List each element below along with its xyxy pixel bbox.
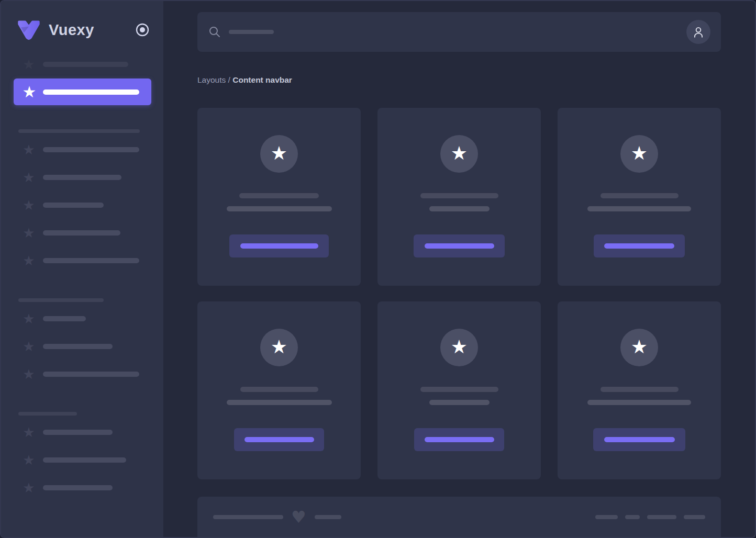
user-icon: [692, 25, 705, 39]
skeleton-bar: [43, 203, 104, 208]
top-navbar: [197, 12, 721, 52]
button-label-skeleton: [604, 437, 675, 442]
star-avatar: ★: [260, 135, 298, 173]
page-footer: ♥: [197, 497, 721, 537]
card-button[interactable]: [594, 234, 685, 257]
star-icon: ★: [22, 171, 36, 184]
sidebar: Vuexy ★★★★★★★★★★★★★: [1, 1, 163, 537]
sidebar-item[interactable]: ★: [1, 192, 163, 219]
card-button[interactable]: [414, 234, 505, 257]
button-label-skeleton: [604, 243, 674, 249]
footer-skeleton-bar: [315, 515, 341, 519]
star-icon: ★: [22, 143, 36, 156]
sidebar-item[interactable]: ★: [1, 333, 163, 360]
card: ★: [558, 108, 721, 286]
skeleton-line: [240, 387, 318, 392]
main-area: Layouts / Content navbar ★★★★★★ ♥: [163, 1, 755, 537]
menu-group-header-skeleton: [18, 412, 77, 416]
button-label-skeleton: [425, 243, 494, 249]
sidebar-item[interactable]: ★: [1, 305, 163, 332]
breadcrumb-current: Content navbar: [232, 75, 292, 84]
footer-skeleton-bar: [684, 515, 705, 519]
star-icon: ★: [22, 254, 36, 267]
brand: Vuexy: [1, 1, 163, 41]
skeleton-bar: [43, 62, 128, 67]
skeleton-line: [227, 206, 332, 211]
menu-group-header-skeleton: [18, 298, 104, 302]
star-icon: ★: [22, 226, 36, 240]
footer-skeleton-bar: [595, 515, 618, 519]
breadcrumb-section[interactable]: Layouts: [197, 75, 226, 84]
search-icon: [208, 26, 221, 38]
sidebar-item[interactable]: ★: [1, 446, 163, 474]
breadcrumb: Layouts / Content navbar: [197, 75, 721, 85]
star-icon: ★: [22, 340, 36, 353]
card: ★: [377, 108, 541, 286]
skeleton-line: [587, 400, 691, 405]
star-icon: ★: [22, 481, 36, 495]
button-label-skeleton: [240, 243, 318, 249]
card-button[interactable]: [414, 428, 504, 451]
footer-skeleton-bar: [625, 515, 640, 519]
footer-skeleton-bar: [647, 515, 676, 519]
card: ★: [377, 301, 541, 479]
star-icon: ★: [451, 338, 468, 356]
star-icon: ★: [271, 144, 287, 163]
skeleton-line: [429, 400, 490, 405]
star-icon: ★: [22, 198, 36, 212]
skeleton-line: [420, 193, 498, 198]
star-icon: ★: [271, 338, 287, 356]
skeleton-bar: [43, 230, 120, 236]
star-avatar: ★: [620, 329, 658, 366]
sidebar-item[interactable]: ★: [1, 51, 163, 78]
menu-pin-toggle-icon[interactable]: [135, 23, 150, 37]
sidebar-item[interactable]: ★: [1, 219, 163, 246]
brand-title: Vuexy: [49, 21, 94, 39]
card-button[interactable]: [234, 428, 324, 451]
footer-skeleton-bar: [213, 515, 283, 519]
button-label-skeleton: [425, 437, 494, 442]
skeleton-line: [601, 387, 679, 392]
card: ★: [558, 301, 721, 479]
skeleton-bar: [43, 430, 113, 435]
skeleton-bar: [43, 147, 139, 152]
skeleton-bar: [43, 457, 126, 463]
heart-icon: ♥: [291, 509, 306, 525]
skeleton-bar: [43, 258, 139, 263]
sidebar-item[interactable]: ★: [1, 164, 163, 191]
user-avatar[interactable]: [686, 20, 710, 44]
skeleton-line: [227, 400, 332, 405]
star-icon: ★: [631, 144, 648, 163]
card: ★: [197, 301, 361, 479]
sidebar-item[interactable]: ★: [1, 474, 163, 501]
sidebar-item[interactable]: ★: [1, 361, 163, 388]
star-avatar: ★: [440, 329, 478, 366]
star-icon: ★: [22, 453, 36, 467]
skeleton-bar: [43, 344, 113, 349]
star-icon: ★: [22, 367, 36, 381]
star-icon: ★: [22, 58, 36, 71]
sidebar-item[interactable]: ★: [1, 419, 163, 446]
breadcrumb-separator: /: [226, 75, 232, 84]
skeleton-bar: [43, 316, 86, 321]
sidebar-item[interactable]: ★: [1, 136, 163, 163]
star-icon: ★: [22, 84, 37, 100]
skeleton-bar: [43, 175, 121, 180]
star-icon: ★: [451, 144, 468, 163]
sidebar-item-active[interactable]: ★: [14, 79, 151, 105]
menu-group-header-skeleton: [18, 129, 140, 133]
sidebar-item[interactable]: ★: [1, 247, 163, 274]
app-frame: Vuexy ★★★★★★★★★★★★★: [0, 0, 756, 538]
skeleton-bar: [43, 485, 113, 490]
search-input[interactable]: [208, 26, 274, 38]
cards-grid: ★★★★★★: [197, 108, 721, 479]
star-icon: ★: [22, 312, 36, 326]
skeleton-bar: [43, 89, 139, 95]
footer-links: [588, 515, 705, 519]
card-button[interactable]: [593, 428, 685, 451]
skeleton-line: [587, 206, 691, 211]
card-button[interactable]: [229, 234, 329, 257]
card: ★: [197, 108, 361, 286]
skeleton-line: [601, 193, 679, 198]
sidebar-menu: ★★★★★★★★★★★★★: [1, 51, 163, 501]
